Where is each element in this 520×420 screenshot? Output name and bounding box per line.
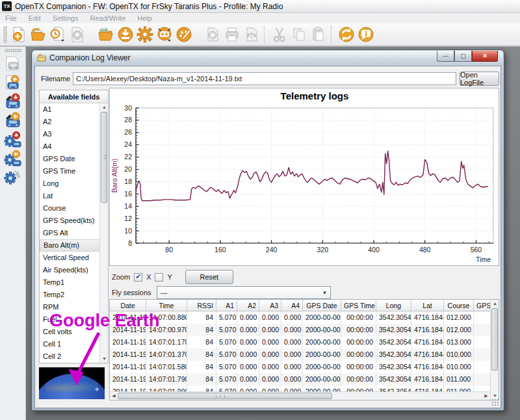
column-header[interactable]: Time [146, 300, 187, 311]
table-vscroll-thumb[interactable] [491, 308, 498, 371]
zoom-y-checkbox[interactable] [155, 273, 163, 282]
table-cell: 3542.3054E [376, 361, 411, 373]
svg-text:30: 30 [124, 104, 132, 112]
table-row[interactable]: 2014-11-1914:07:01.170845.0700.0000.0000… [110, 336, 490, 348]
menu-file[interactable]: File [5, 14, 17, 22]
field-item-gps-date[interactable]: GPS Date [40, 153, 108, 165]
column-header[interactable]: A3 [259, 300, 281, 311]
field-item-a3[interactable]: A3 [40, 128, 108, 140]
sync-radio-icon[interactable] [337, 25, 356, 44]
dialog-titlebar[interactable]: Companion Log Viewer — ▢ ✕ [32, 51, 503, 65]
log-table[interactable]: DateTimeRSSIA1A2A3A4GPS DateGPS TimeLong… [109, 299, 499, 400]
column-header[interactable]: GPS Date [303, 300, 341, 311]
open-logs-icon[interactable] [96, 25, 116, 44]
zoom-y-label: Y [167, 273, 172, 281]
field-item-a4[interactable]: A4 [40, 140, 108, 153]
table-row[interactable]: 2014-11-1914:07:00.880845.0700.0000.0000… [110, 311, 490, 324]
field-item-cell-2[interactable]: Cell 2 [40, 350, 108, 363]
field-item-baro-alt-m-[interactable]: Baro Alt(m) [40, 239, 108, 252]
scroll-right-icon[interactable]: ▶ [482, 392, 490, 400]
available-fields-header: Available fields [40, 90, 108, 103]
column-header[interactable]: Lat [411, 300, 444, 311]
field-item-gps-time[interactable]: GPS Time [40, 165, 108, 177]
field-item-fuel[interactable]: Fuel [40, 313, 108, 326]
dock-drag-handle[interactable] [5, 49, 21, 52]
column-header[interactable]: A2 [237, 300, 259, 311]
read-models-from-radio-icon[interactable] [3, 111, 23, 130]
about-icon[interactable] [356, 25, 376, 44]
table-row[interactable]: 2014-11-1914:07:01.580845.0700.0000.0000… [110, 361, 490, 373]
table-vertical-scrollbar[interactable]: ▲ ▼ [490, 300, 499, 400]
dialog-close-button[interactable]: ✕ [472, 51, 498, 62]
customize-splash-icon[interactable] [174, 25, 194, 44]
dialog-maximize-button[interactable]: ▢ [454, 51, 472, 62]
fields-scrollbar-thumb[interactable] [101, 112, 107, 203]
field-item-gps-alt[interactable]: GPS Alt [40, 227, 108, 239]
write-settings-to-radio-icon[interactable] [3, 130, 23, 149]
write-models-to-radio-icon[interactable] [3, 92, 23, 111]
filename-input[interactable] [73, 72, 456, 85]
table-row[interactable]: 2014-11-1914:07:01.370845.0700.0000.0000… [110, 348, 490, 361]
paste-icon [309, 25, 328, 44]
configure-connections-icon[interactable] [3, 168, 23, 187]
field-item-temp2[interactable]: Temp2 [40, 289, 108, 301]
column-header[interactable]: A4 [281, 300, 303, 311]
column-header[interactable]: A1 [216, 300, 237, 311]
scroll-up-icon[interactable]: ▲ [100, 103, 109, 111]
field-item-air-speed-kts-[interactable]: Air Speed(kts) [40, 264, 108, 276]
dialog-title: Companion Log Viewer [49, 53, 131, 62]
column-header[interactable]: Long [376, 300, 411, 311]
zoom-x-checkbox[interactable] [134, 273, 142, 282]
new-file-icon[interactable] [9, 25, 29, 44]
scroll-down-icon[interactable]: ▼ [100, 355, 109, 363]
svg-text:Time: Time [476, 256, 491, 263]
menu-edit[interactable]: Edit [29, 14, 41, 22]
table-row[interactable]: 2014-11-1914:07:00.970845.0700.0000.0000… [110, 324, 490, 336]
svg-text:Baro Alt(m): Baro Alt(m) [110, 159, 118, 193]
fields-scrollbar[interactable]: ▲ ▼ [99, 103, 108, 363]
column-header[interactable]: GPS Sp [474, 300, 490, 311]
field-item-vertical-speed[interactable]: Vertical Speed [40, 252, 108, 264]
menu-read-write[interactable]: Read/Write [90, 14, 125, 22]
field-item-a2[interactable]: A2 [40, 116, 108, 128]
download-firmware-icon[interactable] [116, 25, 135, 44]
field-item-course[interactable]: Course [40, 202, 108, 215]
scroll-up-icon[interactable]: ▲ [491, 300, 499, 308]
open-logfile-button[interactable]: Open LogFile [460, 72, 499, 86]
fly-sessions-dropdown[interactable]: --- ▼ [157, 286, 331, 299]
reset-button[interactable]: Reset [185, 270, 233, 284]
dialog-minimize-button[interactable]: — [437, 51, 454, 62]
open-file-icon[interactable] [29, 25, 48, 44]
recent-files-icon[interactable] [48, 25, 68, 44]
preferences-icon[interactable] [135, 25, 155, 44]
table-hscroll-thumb[interactable] [118, 393, 332, 399]
field-item-gps-speed-kts-[interactable]: GPS Speed(kts) [40, 215, 108, 227]
menu-settings[interactable]: Settings [53, 14, 79, 22]
telemetry-chart[interactable]: 8016024032040048056081012141618202224262… [109, 88, 499, 266]
telemetry-chart-svg: 8016024032040048056081012141618202224262… [110, 88, 499, 265]
scroll-left-icon[interactable]: ◀ [110, 392, 118, 400]
field-item-temp1[interactable]: Temp1 [40, 276, 108, 289]
field-item-rpm[interactable]: RPM [40, 301, 108, 313]
column-header[interactable]: RSSI [187, 300, 216, 311]
read-models-from-file-icon[interactable] [3, 73, 23, 92]
field-item-a1[interactable]: A1 [40, 103, 108, 116]
dialog-resize-grip[interactable] [491, 399, 499, 406]
table-horizontal-scrollbar[interactable]: ◀ ▶ [110, 391, 490, 400]
field-item-long[interactable]: Long [40, 177, 108, 190]
table-cell: 84 [187, 336, 216, 348]
table-cell [474, 311, 490, 324]
column-header[interactable]: Course [444, 300, 474, 311]
table-cell: 14:07:01.790 [146, 373, 187, 386]
column-header[interactable]: Date [110, 300, 146, 311]
field-item-lat[interactable]: Lat [40, 190, 108, 202]
toolbar-drag-handle[interactable] [3, 26, 7, 43]
column-header[interactable]: GPS Time [341, 300, 376, 311]
read-settings-from-radio-icon[interactable] [3, 149, 23, 168]
google-earth-thumbnail[interactable]: ✈ [39, 367, 105, 399]
menu-help[interactable]: Help [137, 14, 152, 22]
field-item-cell-1[interactable]: Cell 1 [40, 338, 108, 350]
table-row[interactable]: 2014-11-1914:07:01.790845.0700.0000.0000… [110, 373, 490, 386]
radio-profile-icon[interactable] [155, 25, 174, 44]
field-item-cell-volts[interactable]: Cell volts [40, 326, 108, 338]
